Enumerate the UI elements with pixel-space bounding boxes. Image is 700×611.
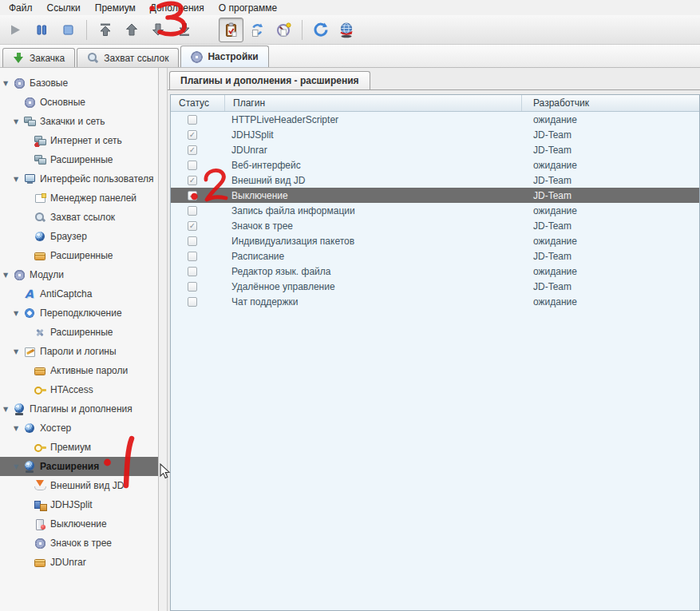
plugin-table-row-Индивидуализация пакетов[interactable]: Индивидуализация пакетов ожидание — [171, 233, 699, 248]
move-down-button[interactable] — [145, 18, 170, 42]
sidebar-tree-item-Основные[interactable]: Основные — [0, 93, 158, 112]
menu-item-Файл[interactable]: Файл — [2, 1, 40, 15]
clipboard-check-icon — [223, 22, 239, 38]
sidebar-tree-item-Значок в трее[interactable]: Значок в трее — [0, 534, 158, 553]
sidebar-tree-item-Переподключение[interactable]: ▼ Переподключение — [0, 304, 158, 323]
sidebar-tree-item-Выключение[interactable]: Выключение — [0, 514, 158, 534]
plugin-enabled-checkbox[interactable]: ✓ — [188, 191, 197, 200]
plugin-table-row-Веб-интерфейс[interactable]: Веб-интерфейс ожидание — [171, 157, 699, 173]
sidebar-tree-item-Браузер[interactable]: Браузер — [0, 227, 158, 246]
plugin-table-row-Расписание[interactable]: Расписание JD-Team — [171, 248, 699, 264]
expand-arrow-icon[interactable]: ▼ — [3, 80, 14, 87]
sidebar-tree-item-Активные пароли[interactable]: Активные пароли — [0, 361, 158, 380]
column-header-developer[interactable]: Разработчик — [522, 95, 699, 111]
sidebar-tree-item-Базовые[interactable]: ▼ Базовые — [0, 73, 158, 93]
plugin-enabled-checkbox[interactable] — [188, 115, 197, 125]
tab-label: Настройки — [208, 51, 258, 62]
expand-arrow-icon[interactable]: ▼ — [14, 425, 24, 432]
download-icon — [13, 52, 25, 64]
sidebar-tree-item-Хостер[interactable]: ▼ Хостер — [0, 419, 158, 438]
sidebar-tree-item-Пароли и логины[interactable]: ▼ Пароли и логины — [0, 342, 158, 361]
expand-arrow-icon[interactable]: ▼ — [14, 118, 24, 125]
sidebar-tree-item-Расширенные[interactable]: Расширенные — [0, 246, 158, 265]
expand-arrow-icon[interactable]: ▼ — [3, 406, 14, 413]
sidebar-tree-item-Закачки и сеть[interactable]: ▼ Закачки и сеть — [0, 112, 158, 131]
developer-cell: JD-Team — [522, 175, 699, 186]
expand-arrow-icon[interactable]: ▼ — [3, 272, 14, 279]
plugin-table-row-Выключение[interactable]: ✓ Выключение JD-Team — [171, 188, 699, 203]
main-tab-Настройки[interactable]: Настройки — [180, 46, 268, 67]
plugin-enabled-checkbox[interactable] — [188, 297, 197, 307]
expand-arrow-icon[interactable]: ▼ — [14, 176, 24, 183]
main-tab-bar: Закачка Захват ссылок Настройки — [0, 45, 700, 68]
plugin-enabled-checkbox[interactable]: ✓ — [188, 176, 197, 185]
sidebar-tree-item-Модули[interactable]: ▼ Модули — [0, 265, 158, 284]
plugin-table-row-Значок в трее[interactable]: ✓ Значок в трее JD-Team — [171, 218, 699, 233]
menu-item-Дополнения[interactable]: Дополнения — [143, 1, 212, 15]
sidebar-tree-item-Плагины и дополнения[interactable]: ▼ Плагины и дополнения — [0, 399, 158, 419]
tree-item-label: Захват ссылок — [50, 212, 115, 223]
tree-item-label: Менеджер панелей — [50, 192, 136, 204]
move-to-bottom-button[interactable] — [172, 18, 196, 42]
plugin-enabled-checkbox[interactable] — [188, 252, 197, 261]
premium-mode-button[interactable] — [271, 18, 296, 42]
plugin-table-row-Внешний вид JD[interactable]: ✓ Внешний вид JD JD-Team — [171, 173, 699, 188]
plugin-enabled-checkbox[interactable] — [188, 267, 197, 276]
sidebar-tree-item-Расширения[interactable]: ▼ Расширения — [0, 457, 158, 476]
sidebar-tree-item-Внешний вид JD[interactable]: Внешний вид JD — [0, 476, 158, 495]
expand-arrow-icon[interactable]: ▼ — [14, 310, 24, 317]
pause-downloads-button[interactable] — [30, 18, 54, 42]
sidebar-tree-item-Премиум[interactable]: Премиум — [0, 438, 158, 457]
plugin-name-cell: Веб-интерфейс — [225, 160, 522, 171]
plugin-table-row-Чат поддержки[interactable]: Чат поддержки ожидание — [171, 294, 699, 309]
sidebar-tree-item-Интернет и сеть[interactable]: Интернет и сеть — [0, 131, 158, 150]
sidebar-tree-item-Расширенные[interactable]: Расширенные — [0, 150, 158, 169]
plugin-enabled-checkbox[interactable] — [188, 236, 197, 246]
plugin-table-row-Редактор язык. файла[interactable]: Редактор язык. файла ожидание — [171, 264, 699, 279]
sidebar-tree-item-Захват ссылок[interactable]: Захват ссылок — [0, 208, 158, 227]
move-up-button[interactable] — [119, 18, 144, 42]
plugin-table-row-Удалённое управление[interactable]: Удалённое управление JD-Team — [171, 279, 699, 294]
plugin-enabled-checkbox[interactable]: ✓ — [188, 221, 197, 231]
web-update-button[interactable] — [334, 18, 359, 42]
plugin-enabled-checkbox[interactable] — [188, 282, 197, 292]
plugin-table-row-Запись файла информации[interactable]: Запись файла информации ожидание — [171, 203, 699, 218]
toolbar-separator — [86, 20, 87, 40]
menu-item-Ссылки[interactable]: Ссылки — [40, 1, 88, 15]
plugin-enabled-checkbox[interactable]: ✓ — [188, 130, 197, 140]
main-tab-Закачка[interactable]: Закачка — [2, 48, 75, 67]
sidebar-tree-item-JDHJSplit[interactable]: JDHJSplit — [0, 495, 158, 514]
menu-item-Премиум[interactable]: Премиум — [88, 1, 143, 15]
reload-container-button[interactable] — [245, 18, 270, 42]
plugin-enabled-checkbox[interactable]: ✓ — [188, 145, 197, 155]
stop-downloads-button[interactable] — [56, 18, 81, 42]
clipboard-observer-button[interactable] — [219, 18, 243, 42]
expand-arrow-icon[interactable]: ▼ — [14, 463, 24, 470]
extensions-pane-tab[interactable]: Плагины и дополнения - расширения — [169, 71, 370, 89]
status-cell — [171, 115, 225, 125]
sidebar-tree-item-AntiCaptcha[interactable]: AntiCaptcha — [0, 284, 158, 304]
sidebar-tree-item-Расширенные[interactable]: Расширенные — [0, 323, 158, 342]
sidebar-tree-item-Менеджер панелей[interactable]: Менеджер панелей — [0, 188, 158, 208]
main-tab-Захват ссылок[interactable]: Захват ссылок — [77, 48, 179, 67]
tab-label: Захват ссылок — [104, 53, 168, 64]
move-to-top-button[interactable] — [93, 18, 117, 42]
column-header-plugin[interactable]: Плагин — [225, 95, 522, 111]
column-header-status[interactable]: Статус — [171, 95, 225, 111]
plugin-enabled-checkbox[interactable] — [188, 161, 197, 170]
tree-item-label: JDUnrar — [50, 557, 86, 568]
plugin-table-row-JDHJSplit[interactable]: ✓ JDHJSplit JD-Team — [171, 127, 699, 142]
plugin-enabled-checkbox[interactable] — [188, 206, 197, 216]
plugin-table-row-JDUnrar[interactable]: ✓ JDUnrar JD-Team — [171, 142, 699, 157]
start-downloads-button[interactable] — [3, 18, 28, 42]
sidebar-tree-item-JDUnrar[interactable]: JDUnrar — [0, 553, 158, 572]
menu-item-О программе[interactable]: О программе — [212, 1, 284, 15]
tree-item-label: Закачки и сеть — [40, 116, 105, 127]
expand-arrow-icon[interactable]: ▼ — [14, 348, 24, 355]
sidebar-splitter[interactable] — [159, 68, 168, 611]
sidebar-tree-item-HTAccess[interactable]: HTAccess — [0, 380, 158, 399]
reload-button[interactable] — [308, 18, 333, 42]
sidebar-tree-item-Интерфейс пользователя[interactable]: ▼ Интерфейс пользователя — [0, 169, 158, 188]
plugin-table-row-HTTPLiveHeaderScripter[interactable]: HTTPLiveHeaderScripter ожидание — [171, 112, 699, 127]
status-cell: ✓ — [171, 221, 225, 231]
